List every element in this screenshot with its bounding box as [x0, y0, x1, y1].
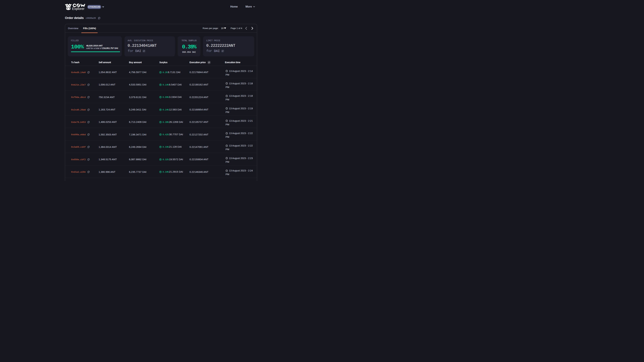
svg-text:Explorer: Explorer	[72, 7, 85, 10]
